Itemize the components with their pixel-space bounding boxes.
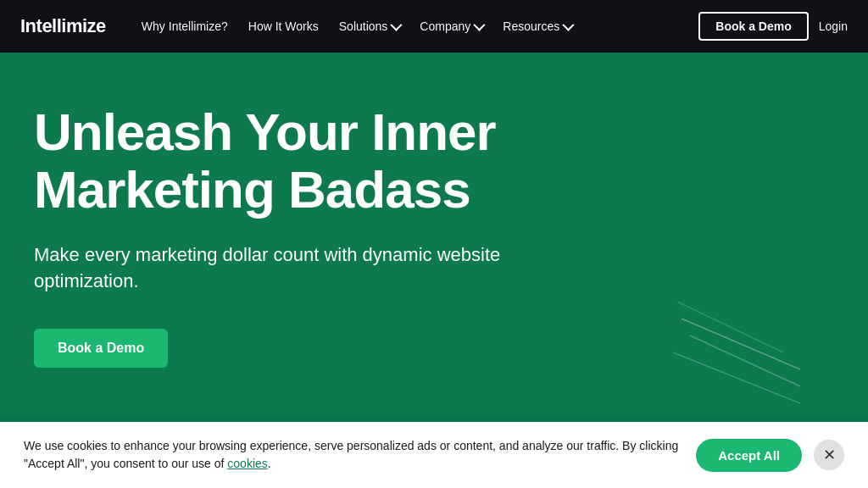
nav-links: Why Intellimize? How It Works Solutions … (133, 14, 698, 38)
navbar-actions: Book a Demo Login (698, 12, 848, 41)
nav-solutions[interactable]: Solutions (331, 14, 409, 38)
navbar: Intellimize Why Intellimize? How It Work… (0, 0, 868, 53)
navbar-book-demo-button[interactable]: Book a Demo (698, 12, 808, 41)
cookie-actions: Accept All ✕ (696, 439, 844, 472)
svg-line-0 (682, 319, 800, 369)
solutions-chevron-icon (391, 19, 403, 31)
nav-company[interactable]: Company (411, 14, 491, 38)
nav-why-intellimize[interactable]: Why Intellimize? (133, 14, 236, 38)
hero-content: Unleash Your Inner Marketing Badass Make… (34, 103, 542, 368)
nav-how-it-works[interactable]: How It Works (240, 14, 327, 38)
hero-title: Unleash Your Inner Marketing Badass (34, 103, 542, 219)
accept-all-button[interactable]: Accept All (696, 439, 802, 472)
cookie-message: We use cookies to enhance your browsing … (24, 437, 679, 473)
navbar-login-button[interactable]: Login (819, 19, 848, 33)
nav-resources[interactable]: Resources (494, 14, 580, 38)
svg-line-1 (690, 336, 800, 386)
hero-book-demo-button[interactable]: Book a Demo (34, 329, 168, 368)
hero-subtitle: Make every marketing dollar count with d… (34, 242, 542, 295)
svg-line-3 (677, 302, 783, 352)
close-cookie-button[interactable]: ✕ (814, 440, 844, 470)
close-icon: ✕ (823, 446, 836, 464)
hero-decoration (631, 302, 800, 437)
company-chevron-icon (474, 19, 486, 31)
cookie-link[interactable]: cookies (227, 457, 267, 470)
logo[interactable]: Intellimize (20, 15, 106, 37)
resources-chevron-icon (563, 19, 575, 31)
logo-text: Intellimize (20, 15, 106, 36)
cookie-banner: We use cookies to enhance your browsing … (0, 422, 868, 488)
